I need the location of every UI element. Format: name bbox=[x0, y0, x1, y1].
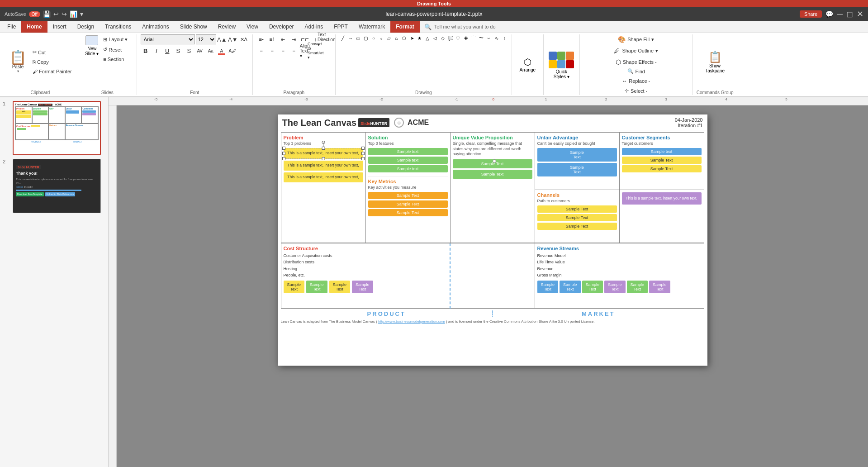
shape-diamond[interactable]: ◇ bbox=[439, 34, 446, 42]
find-button[interactable]: 🔍 Find bbox=[624, 67, 648, 76]
copy-button[interactable]: ⎘ Copy bbox=[30, 58, 74, 66]
tab-design[interactable]: Design bbox=[72, 21, 100, 33]
increase-indent-button[interactable]: ⇥ bbox=[289, 34, 299, 44]
sticky-cost-1[interactable]: SampleText bbox=[284, 281, 305, 293]
sticky-solution-3[interactable]: Sample text bbox=[368, 165, 448, 172]
sticky-cust-3[interactable]: Sample Text bbox=[622, 165, 702, 172]
sticky-rev-6[interactable]: SampleText bbox=[649, 281, 670, 293]
handle-ml[interactable] bbox=[282, 152, 285, 155]
shadow-button[interactable]: S bbox=[184, 46, 194, 56]
sticky-problem-2[interactable]: This is a sample text, insert your own t… bbox=[284, 161, 363, 171]
tab-slideshow[interactable]: Slide Show bbox=[175, 21, 213, 33]
close-icon[interactable]: ✕ bbox=[857, 9, 863, 19]
align-center-button[interactable]: ≡ bbox=[267, 46, 277, 56]
slide-panel[interactable]: 1 The Lean Canvas Slide HUNTER ACME Prob… bbox=[0, 97, 109, 467]
sticky-rev-1[interactable]: SampleText bbox=[537, 281, 559, 293]
charspacing-button[interactable]: AV bbox=[195, 46, 205, 56]
qs-item-6[interactable] bbox=[566, 60, 574, 68]
shape-triangle[interactable]: △ bbox=[424, 34, 431, 42]
bold-button[interactable]: B bbox=[141, 46, 151, 56]
shape-circle[interactable]: ○ bbox=[370, 34, 377, 42]
font-size-select[interactable]: 12 bbox=[196, 34, 216, 44]
fontcolor-button[interactable]: A bbox=[217, 46, 227, 56]
sticky-cost-3[interactable]: SampleText bbox=[329, 281, 351, 293]
decrease-font-button[interactable]: A▼ bbox=[228, 34, 238, 44]
layout-button[interactable]: ⊞ Layout ▾ bbox=[101, 35, 130, 44]
textcase-button[interactable]: Aa bbox=[206, 46, 216, 56]
footer-link[interactable]: http://www.businessmodelgeneration.com bbox=[378, 319, 445, 324]
shape-arrow[interactable]: → bbox=[347, 34, 354, 42]
qs-item-2[interactable] bbox=[557, 52, 565, 60]
shape-custom4[interactable]: ∿ bbox=[493, 34, 500, 42]
sticky-cust-tall[interactable]: This is a sample text, insert your own t… bbox=[622, 192, 702, 205]
shape-custom1[interactable]: ⌒ bbox=[470, 34, 477, 42]
sticky-km-2[interactable]: Sample Text bbox=[368, 200, 448, 208]
slide-thumb-img-2[interactable]: Slide HUNTER Thank you! This presentatio… bbox=[13, 159, 101, 213]
sticky-solution-2[interactable]: Sample text bbox=[368, 157, 448, 164]
sticky-ch-1[interactable]: Sample Text bbox=[537, 205, 617, 213]
qs-item-5[interactable] bbox=[557, 60, 565, 68]
sticky-rev-5[interactable]: SampleText bbox=[627, 281, 648, 293]
arrange-button[interactable]: ⬡ Arrange bbox=[516, 55, 539, 74]
highlight-button[interactable]: A🖊 bbox=[228, 46, 237, 56]
shape-star[interactable]: ★ bbox=[416, 34, 423, 42]
tab-review[interactable]: Review bbox=[213, 21, 241, 33]
shape-more[interactable]: ⬦ bbox=[378, 34, 385, 42]
autosave-toggle[interactable]: Off bbox=[29, 11, 40, 17]
save-icon[interactable]: 💾 bbox=[43, 10, 51, 18]
shape-outline-button[interactable]: 🖊 Shape Outline ▾ bbox=[611, 46, 661, 56]
justify-button[interactable]: ≡ bbox=[289, 46, 299, 56]
sticky-km-3[interactable]: Sample Text bbox=[368, 209, 448, 216]
reset-button[interactable]: ↺ Reset bbox=[101, 45, 130, 54]
new-slide-button[interactable]: NewSlide ▾ bbox=[85, 34, 99, 56]
sticky-rev-2[interactable]: SampleText bbox=[560, 281, 581, 293]
sticky-solution-1[interactable]: Sample text bbox=[368, 148, 448, 155]
paste-button[interactable]: 📋 Paste ▾ bbox=[6, 49, 29, 75]
align-left-button[interactable]: ≡ bbox=[256, 46, 266, 56]
qs-item-3[interactable] bbox=[566, 52, 574, 60]
tab-developer[interactable]: Developer bbox=[264, 21, 299, 33]
shape-chevron[interactable]: ➤ bbox=[408, 34, 416, 42]
tab-format[interactable]: Format bbox=[390, 21, 420, 33]
sticky-rev-3[interactable]: SampleText bbox=[582, 281, 603, 293]
redo-icon[interactable]: ↪ bbox=[62, 10, 67, 18]
tab-watermark[interactable]: Watermark bbox=[353, 21, 390, 33]
sticky-cost-4[interactable]: SampleText bbox=[352, 281, 373, 293]
handle-tl[interactable] bbox=[282, 147, 285, 150]
qs-item-4[interactable] bbox=[549, 60, 557, 68]
sticky-problem-3[interactable]: This is a sample text, insert your own t… bbox=[284, 172, 363, 182]
section-button[interactable]: ≡ Section bbox=[101, 55, 130, 63]
slide-thumbnail-1[interactable]: 1 The Lean Canvas Slide HUNTER ACME Prob… bbox=[3, 101, 105, 155]
tab-home[interactable]: Home bbox=[21, 21, 47, 33]
shape-rounded-rect[interactable]: ▢ bbox=[362, 34, 370, 42]
handle-bm[interactable] bbox=[322, 157, 325, 160]
tab-animations[interactable]: Animations bbox=[137, 21, 174, 33]
sticky-ch-2[interactable]: Sample Text bbox=[537, 214, 617, 221]
minimize-icon[interactable]: ─ bbox=[837, 10, 843, 19]
tab-addins[interactable]: Add-ins bbox=[299, 21, 329, 33]
smartart-button[interactable]: Convert to SmartArt ▾ bbox=[311, 46, 321, 56]
handle-tr[interactable] bbox=[361, 147, 365, 150]
sticky-unfair-2[interactable]: SampleText bbox=[537, 163, 617, 176]
tab-file[interactable]: File bbox=[2, 21, 21, 33]
present-icon[interactable]: 📊 bbox=[70, 10, 77, 18]
shape-callout[interactable]: 💬 bbox=[447, 34, 454, 42]
select-button[interactable]: ⊹ Select - bbox=[621, 86, 650, 95]
shape-custom3[interactable]: ⌣ bbox=[485, 34, 493, 42]
slide-thumbnail-2[interactable]: 2 Slide HUNTER Thank you! This presentat… bbox=[3, 159, 105, 213]
bullets-button[interactable]: ≡• bbox=[256, 34, 266, 44]
format-painter-button[interactable]: 🖌 Format Painter bbox=[30, 67, 74, 76]
tab-transitions[interactable]: Transitions bbox=[100, 21, 137, 33]
sticky-cust-2[interactable]: Sample Text bbox=[622, 157, 702, 164]
sticky-selected-1[interactable]: This is a sample text, insert your own t… bbox=[284, 148, 363, 159]
shape-cross[interactable]: ✚ bbox=[462, 34, 470, 42]
show-taskpane-button[interactable]: 📋 ShowTaskpane bbox=[703, 49, 726, 75]
strikethrough-button[interactable]: S bbox=[173, 46, 183, 56]
italic-button[interactable]: I bbox=[152, 46, 161, 56]
shape-fill-button[interactable]: 🎨 Shape Fill ▾ bbox=[615, 34, 657, 44]
sticky-cost-2[interactable]: SampleText bbox=[306, 281, 327, 293]
increase-font-button[interactable]: A▲ bbox=[217, 34, 227, 44]
shape-line[interactable]: ╱ bbox=[339, 34, 346, 42]
quick-styles-button[interactable]: QuickStyles ▾ bbox=[548, 51, 575, 79]
more-icon[interactable]: ▾ bbox=[80, 10, 83, 18]
